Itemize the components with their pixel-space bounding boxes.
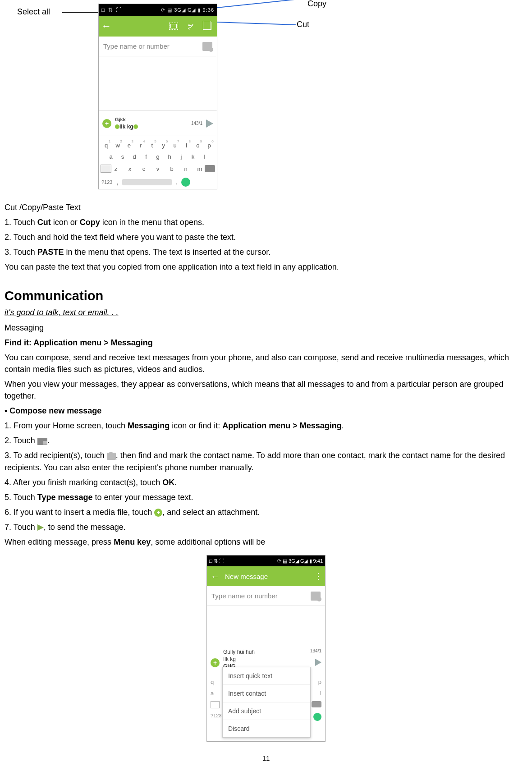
menu-item-addsubject[interactable]: Add subject — [223, 702, 310, 720]
overflow-icon[interactable]: ⋮ — [314, 571, 321, 581]
step-1: 1. Touch Cut icon or Copy icon in the me… — [5, 216, 527, 228]
messaging-p1: You can compose, send and receive text m… — [5, 352, 527, 375]
compose-note: When editing message, press Menu key, so… — [5, 536, 527, 548]
options-menu: Insert quick text Insert contact Add sub… — [222, 667, 311, 738]
line-copy — [209, 0, 305, 9]
messaging-p2: When you view your messages, they appear… — [5, 378, 527, 402]
contact-icon — [107, 453, 116, 460]
step-2: 2. Touch and hold the text field where y… — [5, 231, 527, 243]
send-icon-inline — [37, 524, 44, 531]
add-contact-icon[interactable] — [311, 592, 321, 601]
char-count-2: 134/1 — [310, 648, 321, 653]
shift-key[interactable] — [101, 165, 111, 173]
compose-step6: 6. If you want to insert a media file, t… — [5, 506, 527, 518]
phone-screenshot-1: □ ⇅ ⛶ ⟳ ▤ 3G◢ G◢ ▮ 9:36 ← Type name or n… — [98, 4, 217, 189]
attach-icon[interactable]: + — [211, 658, 220, 667]
emoji-key[interactable] — [181, 178, 190, 187]
menu-item-discard[interactable]: Discard — [223, 720, 310, 737]
action-bar: ← — [99, 16, 217, 37]
annot-cut: Cut — [297, 20, 309, 29]
attach-icon[interactable]: + — [102, 119, 111, 128]
document-body: Cut /Copy/Paste Text 1. Touch Cut icon o… — [4, 202, 528, 762]
space-key[interactable] — [122, 179, 172, 185]
step-3: 3. Touch PASTE in the menu that opens. T… — [5, 246, 527, 258]
page-number: 11 — [5, 754, 527, 762]
compose-step4: 4. After you finish marking contact(s), … — [5, 477, 527, 488]
compose-step3: 3. To add recipient(s), touch , then fin… — [5, 450, 527, 473]
top-annotated-figure: Select all Copy Cut □ ⇅ ⛶ ⟳ ▤ 3G◢ G◢ ▮ 9… — [4, 0, 528, 198]
recipient-row-2[interactable]: Type name or number — [207, 586, 325, 606]
plus-icon: + — [154, 509, 162, 517]
compose-step1: 1. From your Home screen, touch Messagin… — [5, 420, 527, 431]
send-icon-2[interactable] — [315, 659, 321, 666]
send-icon[interactable] — [206, 119, 213, 128]
status-bar: □ ⇅ ⛶ ⟳ ▤ 3G◢ G◢ ▮ 9:36 — [99, 4, 217, 16]
bullet-compose: • Compose new message — [5, 405, 527, 417]
heading-communication: Communication — [5, 289, 527, 303]
compose-step2: 2. Touch . — [5, 435, 527, 446]
compose-step5: 5. Touch Type message to enter your mess… — [5, 491, 527, 503]
symbols-key[interactable]: ?123 — [101, 179, 112, 185]
status-right: ⟳ ▤ 3G◢ G◢ ▮ 9:36 — [161, 7, 214, 13]
note-paste: You can paste the text that you copied f… — [5, 261, 527, 273]
heading-messaging: Messaging — [5, 322, 527, 334]
action-bar-2: ← New message ⋮ — [207, 566, 325, 586]
back-icon[interactable]: ← — [101, 20, 114, 32]
add-contact-icon[interactable] — [202, 42, 212, 51]
cut-icon[interactable] — [184, 20, 197, 32]
status-left: □ ⇅ ⛶ — [101, 7, 122, 13]
soft-keyboard[interactable]: q1w2e3r4t5y6u7i8o9p0 asdfghjkl zxcvbnm ?… — [99, 136, 217, 189]
heading-cutcopypaste: Cut /Copy/Paste Text — [5, 202, 527, 213]
recipient-placeholder: Type name or number — [103, 42, 199, 50]
annot-select-all: Select all — [17, 7, 50, 17]
message-body-blank — [99, 56, 217, 110]
recipient-row[interactable]: Type name or number — [99, 37, 217, 56]
phone-screenshot-2: □ ⇅ ⛶ ⟳ ▤ 3G◢ G◢ ▮ 9:41 ← New message ⋮ … — [206, 555, 326, 742]
message-text[interactable]: Gjkk Ilk kg — [115, 116, 188, 130]
screen-title: New message — [225, 573, 309, 580]
compose-row: + Gjkk Ilk kg 143/1 — [99, 110, 217, 136]
back-icon[interactable]: ← — [211, 571, 220, 582]
compose-icon — [37, 438, 47, 445]
subtitle: it's good to talk, text or email. . . — [5, 307, 527, 318]
status-bar-2: □ ⇅ ⛶ ⟳ ▤ 3G◢ G◢ ▮ 9:41 — [207, 555, 325, 566]
compose-step7: 7. Touch , to send the message. — [5, 521, 527, 533]
char-count: 143/1 — [191, 121, 202, 126]
menu-item-quicktext[interactable]: Insert quick text — [223, 667, 310, 685]
copy-icon[interactable] — [202, 20, 214, 32]
menu-item-insertcontact[interactable]: Insert contact — [223, 685, 310, 702]
select-all-icon[interactable] — [167, 20, 180, 32]
backspace-key[interactable] — [205, 165, 215, 172]
annot-copy: Copy — [307, 0, 326, 9]
findit-path: Find it: Application menu > Messaging — [5, 337, 527, 349]
